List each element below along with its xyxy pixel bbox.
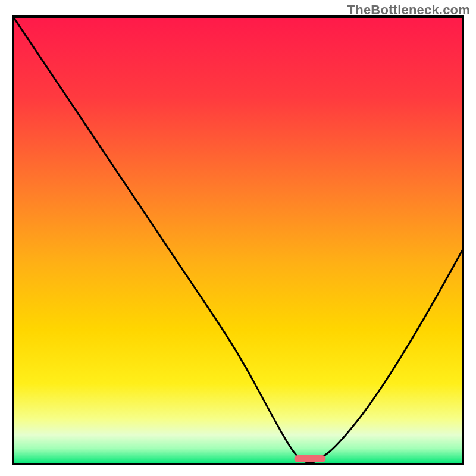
bottleneck-chart: TheBottleneck.com bbox=[0, 0, 476, 476]
chart-canvas bbox=[0, 0, 476, 476]
attribution-text: TheBottleneck.com bbox=[347, 2, 470, 18]
optimal-marker bbox=[295, 455, 326, 462]
plot-background bbox=[13, 17, 463, 464]
